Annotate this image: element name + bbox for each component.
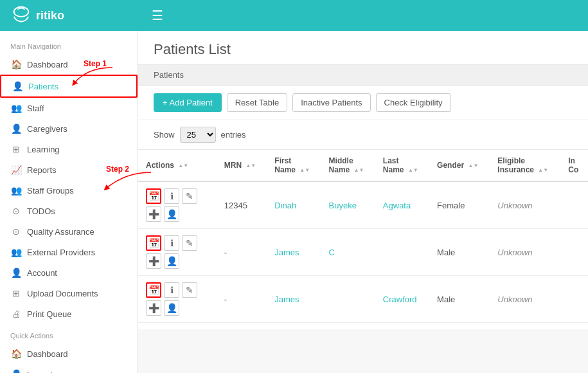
- step2-annotation: Step 2: [106, 165, 129, 174]
- sidebar-item-patients[interactable]: 👤 Patients: [0, 75, 138, 98]
- sort-gender: ▲▼: [468, 163, 478, 168]
- edit-icon[interactable]: ✎: [182, 188, 197, 204]
- sidebar-label-account: Account: [27, 268, 57, 278]
- entries-label: entries: [221, 130, 246, 140]
- col-middle-name: MiddleName ▲▼: [321, 150, 375, 181]
- mrn-cell: -: [217, 276, 267, 323]
- sidebar-label-logout: Logout: [27, 370, 53, 374]
- qa-icon: ⊙: [10, 226, 22, 237]
- info-icon[interactable]: ℹ: [164, 235, 179, 251]
- sidebar-label-qa: Quality Assurance: [27, 227, 94, 237]
- actions-cell: 📅 ℹ ✎ ➕ 👤: [138, 181, 217, 229]
- sidebar-label-staff: Staff: [27, 104, 44, 113]
- person-icon[interactable]: 👤: [164, 300, 179, 316]
- edit-icon[interactable]: ✎: [182, 235, 197, 251]
- breadcrumb: Patients: [138, 65, 588, 86]
- sidebar-item-upload-documents[interactable]: ⊞ Upload Documents: [0, 283, 138, 304]
- col-last-name: LastName ▲▼: [375, 150, 429, 181]
- sidebar-label-external-providers: External Providers: [27, 248, 95, 257]
- insurance-cell: Unknown: [490, 276, 560, 323]
- sidebar-item-learning[interactable]: ⊞ Learning: [0, 139, 138, 159]
- sidebar-item-quality-assurance[interactable]: ⊙ Quality Assurance: [0, 221, 138, 242]
- actions-cell: 📅 ℹ ✎ ➕ 👤: [138, 229, 217, 276]
- toolbar: + Add Patient Reset Table Inactive Patie…: [138, 86, 588, 120]
- add-patient-button[interactable]: + Add Patient: [154, 93, 222, 112]
- sidebar-item-caregivers[interactable]: 👤 Caregivers: [0, 118, 138, 139]
- gender-cell: Male: [429, 276, 490, 323]
- last-name-cell[interactable]: Agwata: [375, 181, 429, 229]
- sidebar-item-staff-groups[interactable]: 👥 Staff Groups: [0, 180, 138, 201]
- entries-select[interactable]: 10 25 50 100: [180, 127, 216, 143]
- show-entries-bar: Show 10 25 50 100 entries: [138, 120, 588, 150]
- calendar-icon[interactable]: 📅: [146, 235, 161, 251]
- col-in-co: InCo: [560, 150, 588, 181]
- action-icons-row1: 📅 ℹ ✎ ➕ 👤: [146, 188, 204, 222]
- inactive-patients-button[interactable]: Inactive Patients: [292, 93, 370, 112]
- patients-table-container: Actions ▲▼ MRN ▲▼ FirstName ▲▼ MiddleN: [138, 150, 588, 329]
- sidebar-label-dashboard: Dashboard: [27, 60, 68, 69]
- info-icon[interactable]: ℹ: [164, 282, 179, 298]
- middle-name-cell: [321, 276, 375, 323]
- person-icon[interactable]: 👤: [164, 206, 179, 222]
- add-icon[interactable]: ➕: [146, 206, 161, 222]
- last-name-cell[interactable]: Crawford: [375, 276, 429, 323]
- add-icon[interactable]: ➕: [146, 253, 161, 269]
- quick-home-icon: 🏠: [10, 348, 22, 359]
- sidebar-label-patients: Patients: [28, 82, 58, 91]
- sidebar-label-learning: Learning: [27, 145, 60, 154]
- mrn-cell: 12345: [217, 181, 267, 229]
- app-header: ritiko ☰: [0, 0, 588, 31]
- table-row: 📅 ℹ ✎ ➕ 👤 - James C Male Unknown: [138, 229, 588, 276]
- sidebar: Main Navigation 🏠 Dashboard 👤 Patients 👥…: [0, 31, 138, 373]
- edit-icon[interactable]: ✎: [182, 282, 197, 298]
- sidebar-item-staff[interactable]: 👥 Staff: [0, 98, 138, 118]
- person-icon[interactable]: 👤: [164, 253, 179, 269]
- sidebar-label-staff-groups: Staff Groups: [27, 186, 74, 196]
- reset-table-button[interactable]: Reset Table: [227, 93, 287, 112]
- sidebar-label-todos: TODOs: [27, 206, 55, 216]
- insurance-cell: Unknown: [490, 181, 560, 229]
- check-eligibility-button[interactable]: Check Eligibility: [376, 93, 451, 112]
- learning-icon: ⊞: [10, 143, 22, 155]
- table-row: 📅 ℹ ✎ ➕ 👤 12345 Dinah Buyeke Agwata Fema…: [138, 181, 588, 229]
- info-icon[interactable]: ℹ: [164, 188, 179, 204]
- in-co-cell: [560, 276, 588, 323]
- main-nav-label: Main Navigation: [0, 40, 138, 54]
- in-co-cell: [560, 181, 588, 229]
- sidebar-item-account[interactable]: 👤 Account: [0, 262, 138, 283]
- account-icon: 👤: [10, 267, 22, 278]
- home-icon: 🏠: [10, 59, 22, 70]
- col-actions: Actions ▲▼: [138, 150, 217, 181]
- patients-table: Actions ▲▼ MRN ▲▼ FirstName ▲▼ MiddleN: [138, 150, 588, 323]
- action-icons-row3: 📅 ℹ ✎ ➕ 👤: [146, 282, 204, 316]
- middle-name-cell[interactable]: Buyeke: [321, 181, 375, 229]
- sort-middle-name: ▲▼: [354, 168, 364, 173]
- sidebar-item-dashboard[interactable]: 🏠 Dashboard: [0, 54, 138, 75]
- first-name-cell[interactable]: James: [267, 229, 321, 276]
- first-name-cell[interactable]: James: [267, 276, 321, 323]
- middle-name-cell[interactable]: C: [321, 229, 375, 276]
- hamburger-icon[interactable]: ☰: [152, 8, 163, 23]
- sidebar-item-external-providers[interactable]: 👥 External Providers: [0, 242, 138, 262]
- logo: ritiko: [10, 5, 145, 26]
- print-icon: 🖨: [10, 308, 22, 320]
- page-title-bar: Patients List: [138, 31, 588, 65]
- sidebar-label-upload: Upload Documents: [27, 289, 98, 298]
- first-name-cell[interactable]: Dinah: [267, 181, 321, 229]
- calendar-icon[interactable]: 📅: [146, 282, 161, 298]
- gender-cell: Male: [429, 229, 490, 276]
- add-icon[interactable]: ➕: [146, 300, 161, 316]
- staff-groups-icon: 👥: [10, 185, 22, 196]
- sidebar-label-quick-dashboard: Dashboard: [27, 349, 68, 359]
- upload-icon: ⊞: [10, 287, 22, 299]
- reports-icon: 📈: [10, 164, 22, 176]
- logo-text: ritiko: [36, 9, 64, 23]
- external-providers-icon: 👥: [10, 246, 22, 258]
- sidebar-item-logout[interactable]: 👤 Logout: [0, 364, 138, 373]
- sidebar-item-quick-dashboard[interactable]: 🏠 Dashboard: [0, 343, 138, 364]
- calendar-icon[interactable]: 📅: [146, 188, 161, 204]
- col-insurance: EligibleInsurance ▲▼: [490, 150, 560, 181]
- sidebar-item-print-queue[interactable]: 🖨 Print Queue: [0, 304, 138, 324]
- todos-icon: ⊙: [10, 205, 22, 217]
- sidebar-item-todos[interactable]: ⊙ TODOs: [0, 201, 138, 221]
